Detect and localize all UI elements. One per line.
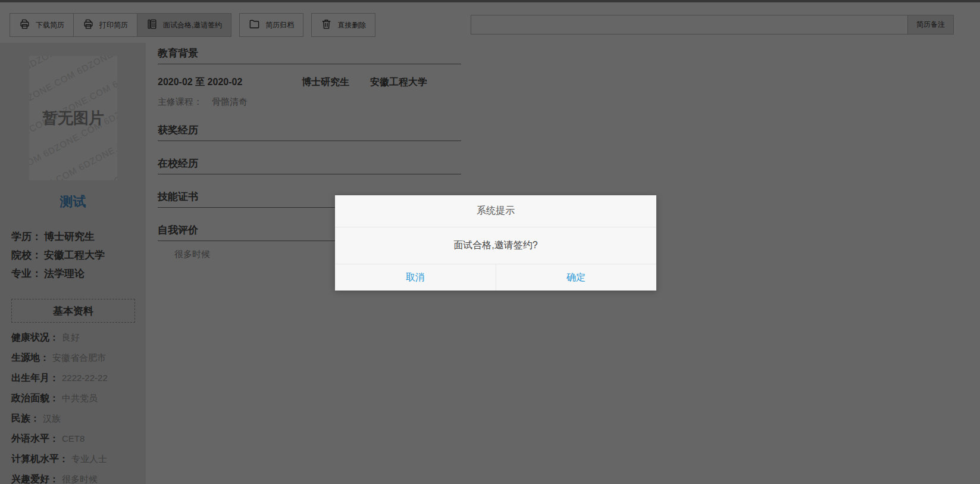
confirm-button[interactable]: 确定 (496, 264, 657, 291)
dialog-message: 面试合格,邀请签约? (335, 227, 656, 264)
dialog-title: 系统提示 (335, 195, 656, 227)
system-prompt-dialog: 系统提示 面试合格,邀请签约? 取消 确定 (335, 195, 656, 291)
cancel-button[interactable]: 取消 (335, 264, 496, 291)
dialog-footer: 取消 确定 (335, 264, 656, 291)
